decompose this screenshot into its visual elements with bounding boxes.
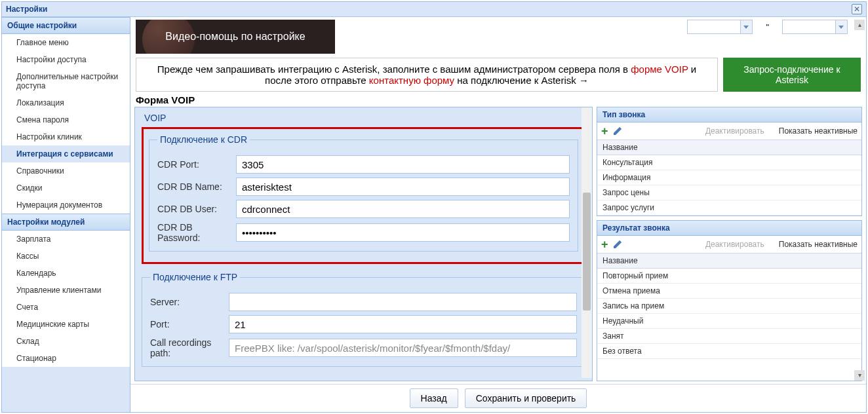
edit-icon[interactable] bbox=[612, 239, 623, 250]
sidebar-item[interactable]: Управление клиентами bbox=[2, 282, 130, 299]
sidebar: Общие настройки Главное менюНастройки до… bbox=[2, 17, 130, 412]
cdr-dbname-label: CDR DB Name: bbox=[157, 181, 236, 192]
dropdown-1[interactable] bbox=[687, 20, 753, 34]
ftp-port-label: Port: bbox=[150, 319, 229, 329]
table-row[interactable]: Информация bbox=[597, 170, 861, 185]
window-body: Общие настройки Главное менюНастройки до… bbox=[2, 17, 866, 412]
sidebar-item[interactable]: Медицинские карты bbox=[2, 316, 130, 333]
sidebar-item[interactable]: Календарь bbox=[2, 265, 130, 282]
scroll-down-icon[interactable]: ▾ bbox=[854, 370, 865, 381]
left-scrollbar[interactable] bbox=[582, 107, 592, 378]
table-row[interactable]: Занят bbox=[597, 329, 861, 344]
sidebar-item[interactable]: Настройки доступа bbox=[2, 51, 130, 68]
sidebar-item[interactable]: Счета bbox=[2, 299, 130, 316]
right-column: Тип звонка + Деактивировать Показать неа… bbox=[597, 107, 862, 381]
sidebar-group-general[interactable]: Общие настройки bbox=[2, 17, 130, 34]
call-type-panel: Тип звонка + Деактивировать Показать неа… bbox=[597, 107, 862, 216]
scroll-up-icon[interactable]: ▴ bbox=[854, 20, 865, 30]
add-icon[interactable]: + bbox=[601, 125, 608, 137]
sidebar-item[interactable]: Главное меню bbox=[2, 34, 130, 51]
table-row[interactable]: Повторный прием bbox=[597, 269, 861, 284]
table-row[interactable]: Запись на прием bbox=[597, 299, 861, 314]
footer-buttons: Назад Сохранить и проверить bbox=[130, 384, 866, 412]
sidebar-group-modules[interactable]: Настройки модулей bbox=[2, 214, 130, 231]
sidebar-item[interactable]: Смена пароля bbox=[2, 111, 130, 128]
add-icon[interactable]: + bbox=[601, 238, 608, 250]
ftp-path-input[interactable] bbox=[229, 339, 577, 357]
cdr-dbuser-label: CDR DB User: bbox=[157, 204, 236, 214]
deactivate-link[interactable]: Деактивировать bbox=[705, 240, 764, 249]
chevron-down-icon[interactable] bbox=[740, 20, 752, 33]
video-help-banner[interactable]: Видео-помощь по настройке bbox=[136, 20, 335, 54]
form-title: Форма VOIP bbox=[130, 92, 866, 107]
cdr-dbpass-label: CDR DB Password: bbox=[157, 222, 236, 243]
main-scrollbar[interactable]: ▴ ▾ bbox=[854, 20, 865, 381]
cdr-dbuser-input[interactable] bbox=[236, 200, 570, 218]
cdr-fieldset: Подключение к CDR CDR Port: CDR DB Name:… bbox=[149, 134, 578, 252]
ftp-fieldset: Подключение к FTP Server: Port: Call rec… bbox=[142, 272, 585, 367]
cdr-port-label: CDR Port: bbox=[157, 159, 236, 170]
sidebar-item[interactable]: Настройки клиник bbox=[2, 128, 130, 145]
sidebar-item[interactable]: Кассы bbox=[2, 248, 130, 265]
table-row[interactable]: Отмена приема bbox=[597, 284, 861, 299]
close-button[interactable]: ✕ bbox=[852, 4, 862, 14]
sidebar-item[interactable]: Локализация bbox=[2, 94, 130, 111]
settings-window: Настройки ✕ Общие настройки Главное меню… bbox=[1, 1, 867, 413]
table-row[interactable]: Без ответа bbox=[597, 344, 861, 359]
table-row[interactable]: Запрос цены bbox=[597, 185, 861, 200]
voip-form-panel: VOIP Подключение к CDR CDR Port: CDR DB … bbox=[134, 107, 593, 381]
sidebar-item[interactable]: Стационар bbox=[2, 350, 130, 367]
request-connection-button[interactable]: Запрос-подключение к Asterisk bbox=[723, 58, 861, 92]
table-row[interactable]: Консультация bbox=[597, 155, 861, 170]
table-row[interactable]: Запрос услуги bbox=[597, 200, 861, 216]
sidebar-item[interactable]: Интеграция с сервисами bbox=[2, 145, 130, 162]
call-result-panel: Результат звонка + Деактивировать Показа… bbox=[597, 220, 862, 381]
cdr-port-input[interactable] bbox=[236, 155, 570, 174]
cdr-dbname-input[interactable] bbox=[236, 178, 570, 196]
show-inactive-link[interactable]: Показать неактивные bbox=[779, 126, 858, 136]
info-message: Прежде чем запрашивать интеграцию с Aste… bbox=[136, 58, 718, 92]
voip-legend: VOIP bbox=[142, 113, 585, 127]
title-bar: Настройки ✕ bbox=[2, 2, 866, 17]
ftp-server-label: Server: bbox=[150, 297, 229, 307]
cdr-dbpass-input[interactable] bbox=[236, 223, 570, 242]
cdr-highlight-box: Подключение к CDR CDR Port: CDR DB Name:… bbox=[142, 127, 585, 264]
table-row[interactable]: Неудачный bbox=[597, 314, 861, 329]
sidebar-item[interactable]: Скидки bbox=[2, 179, 130, 197]
dropdown-2[interactable] bbox=[782, 20, 848, 34]
sidebar-item[interactable]: Зарплата bbox=[2, 231, 130, 248]
sidebar-item[interactable]: Склад bbox=[2, 333, 130, 350]
column-header[interactable]: Название bbox=[597, 254, 861, 269]
show-inactive-link[interactable]: Показать неактивные bbox=[779, 240, 858, 249]
ftp-path-label: Call recordings path: bbox=[150, 337, 229, 358]
main-content: Видео-помощь по настройке " Прежде чем з… bbox=[130, 17, 866, 412]
sidebar-item[interactable]: Дополнительные настройки доступа bbox=[2, 68, 130, 94]
ftp-port-input[interactable] bbox=[229, 315, 577, 333]
ftp-server-input[interactable] bbox=[229, 293, 577, 311]
window-title: Настройки bbox=[6, 5, 47, 14]
save-check-button[interactable]: Сохранить и проверить bbox=[465, 388, 587, 408]
sidebar-item[interactable]: Справочники bbox=[2, 162, 130, 179]
sidebar-item[interactable]: Нумерация документов bbox=[2, 197, 130, 214]
back-button[interactable]: Назад bbox=[410, 388, 458, 408]
deactivate-link[interactable]: Деактивировать bbox=[705, 126, 764, 136]
edit-icon[interactable] bbox=[612, 126, 623, 136]
chevron-down-icon[interactable] bbox=[835, 20, 847, 33]
column-header[interactable]: Название bbox=[597, 140, 861, 155]
